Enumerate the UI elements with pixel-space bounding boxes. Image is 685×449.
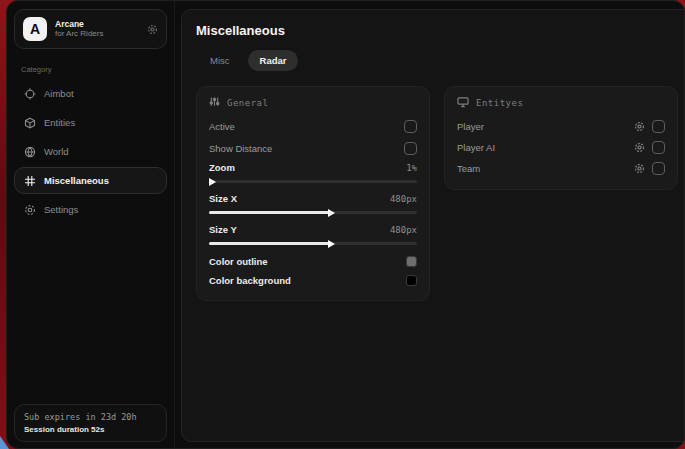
color-outline-swatch[interactable] (406, 256, 417, 267)
gear-icon[interactable] (634, 142, 645, 153)
color-row-background: Color background (209, 271, 417, 290)
color-label: Color background (209, 275, 291, 286)
sidebar: A Arcane for Arc Riders Category Aimbot (7, 1, 175, 448)
entity-label: Team (457, 163, 480, 174)
active-checkbox[interactable] (404, 120, 417, 133)
tab-radar[interactable]: Radar (248, 50, 299, 71)
slider-size-x: Size X 480px (209, 190, 417, 214)
grid-icon (24, 175, 36, 187)
color-row-outline: Color outline (209, 252, 417, 271)
general-card: General Active Show Distance Zoom 1% (196, 86, 430, 301)
color-background-swatch[interactable] (406, 275, 417, 286)
player-checkbox[interactable] (652, 120, 665, 133)
subscription-card: Sub expires in 23d 20h Session duration … (14, 404, 167, 442)
cube-icon (24, 117, 36, 129)
sidebar-item-label: World (44, 146, 69, 157)
entity-row-team: Team (457, 158, 665, 179)
card-title: General (227, 98, 268, 108)
category-label: Category (21, 65, 167, 74)
slider-thumb[interactable] (209, 178, 216, 186)
show-distance-checkbox[interactable] (404, 142, 417, 155)
sidebar-item-label: Settings (44, 204, 78, 215)
entity-label: Player (457, 121, 484, 132)
team-checkbox[interactable] (652, 162, 665, 175)
main-panel: Miscellaneous Misc Radar (181, 9, 685, 442)
entity-row-player: Player (457, 116, 665, 137)
slider-label: Size Y (209, 224, 237, 235)
slider-value: 1% (406, 163, 417, 173)
slider-thumb[interactable] (328, 240, 335, 248)
slider-label: Size X (209, 193, 237, 204)
size-y-slider[interactable] (209, 242, 417, 245)
app-name: Arcane (55, 19, 139, 30)
app-logo: A (23, 17, 47, 41)
toggle-label: Show Distance (209, 143, 272, 154)
gear-icon[interactable] (634, 121, 645, 132)
sidebar-item-label: Miscellaneous (44, 175, 109, 186)
gear-icon[interactable] (634, 163, 645, 174)
slider-label: Zoom (209, 162, 235, 173)
sidebar-item-miscellaneous[interactable]: Miscellaneous (14, 167, 167, 194)
sidebar-item-label: Entities (44, 117, 75, 128)
profile-card: A Arcane for Arc Riders (14, 9, 167, 49)
sidebar-item-settings[interactable]: Settings (14, 196, 167, 223)
slider-zoom: Zoom 1% (209, 159, 417, 183)
entity-label: Player AI (457, 142, 495, 153)
sliders-icon (209, 96, 220, 109)
tab-bar: Misc Radar (198, 50, 678, 71)
card-title: Entityes (476, 98, 523, 108)
app-subtitle: for Arc Riders (55, 29, 139, 39)
toggle-row-show-distance: Show Distance (209, 137, 417, 159)
tab-misc[interactable]: Misc (198, 50, 242, 71)
slider-thumb[interactable] (328, 209, 335, 217)
page-title: Miscellaneous (196, 23, 678, 38)
sidebar-item-aimbot[interactable]: Aimbot (14, 80, 167, 107)
sidebar-item-label: Aimbot (44, 88, 74, 99)
monitor-icon (457, 96, 469, 110)
color-label: Color outline (209, 256, 268, 267)
entity-row-player-ai: Player AI (457, 137, 665, 158)
slider-size-y: Size Y 480px (209, 221, 417, 245)
subscription-expiry: Sub expires in 23d 20h (24, 412, 157, 422)
size-x-slider[interactable] (209, 211, 417, 214)
app-window: A Arcane for Arc Riders Category Aimbot (6, 0, 685, 449)
player-ai-checkbox[interactable] (652, 141, 665, 154)
sidebar-item-world[interactable]: World (14, 138, 167, 165)
entities-card: Entityes Player (444, 86, 678, 190)
toggle-label: Active (209, 121, 235, 132)
zoom-slider[interactable] (209, 180, 417, 183)
gear-icon (24, 204, 36, 216)
toggle-row-active: Active (209, 115, 417, 137)
sidebar-item-entities[interactable]: Entities (14, 109, 167, 136)
slider-value: 480px (390, 225, 417, 235)
slider-value: 480px (390, 194, 417, 204)
sidebar-nav: Aimbot Entities World (14, 80, 167, 223)
session-duration: Session duration 52s (24, 425, 157, 434)
crosshair-icon (24, 88, 36, 100)
globe-icon (24, 146, 36, 158)
gear-icon[interactable] (147, 24, 158, 35)
